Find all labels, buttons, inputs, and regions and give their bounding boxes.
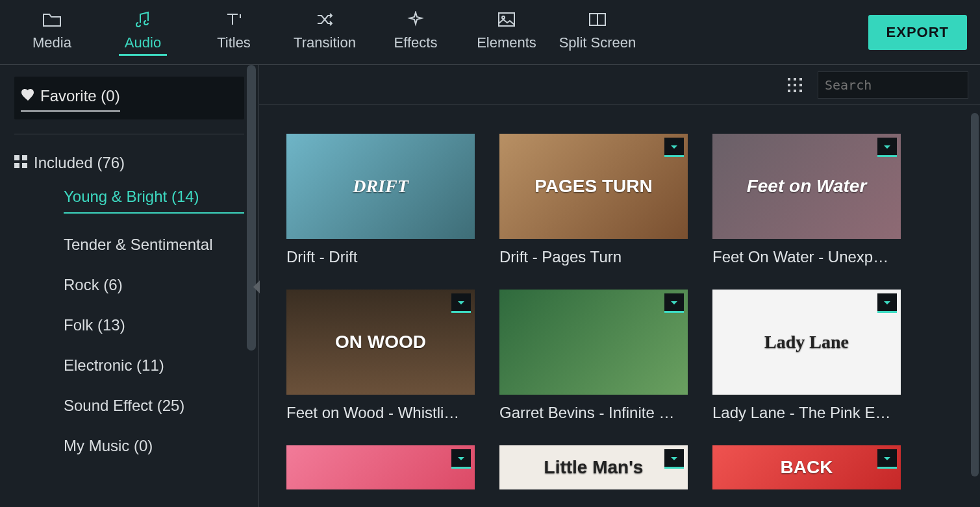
thumbnail-text: Little Man's [539, 457, 649, 478]
svg-rect-3 [14, 155, 19, 160]
thumbnail-text: PAGES TURN [529, 176, 658, 197]
audio-card[interactable]: DRIFTDrift - Drift [286, 134, 475, 266]
download-icon[interactable] [877, 138, 897, 157]
grid-view-icon[interactable] [788, 78, 802, 92]
download-icon[interactable] [877, 449, 897, 469]
audio-thumbnail[interactable]: ON WOOD [286, 290, 475, 395]
export-button[interactable]: EXPORT [868, 15, 967, 50]
audio-title: Garret Bevins - Infinite … [499, 404, 688, 422]
nav-tab-label: Effects [394, 34, 438, 51]
audio-thumbnail[interactable]: Lady Lane [712, 290, 901, 395]
nav-tab-label: Split Screen [559, 34, 636, 51]
nav-tab-splitscreen[interactable]: Split Screen [552, 0, 643, 65]
search-box[interactable] [818, 71, 968, 99]
sidebar-included-label: Included (76) [34, 154, 125, 172]
audio-card[interactable]: Little Man's [499, 445, 688, 489]
sidebar: Favorite (0) Included (76) Young & Brigh… [0, 65, 258, 507]
nav-tab-elements[interactable]: Elements [461, 0, 552, 65]
thumbnail-text: BACK [775, 457, 838, 478]
nav-tab-titles[interactable]: Titles [188, 0, 279, 65]
top-nav: Media Audio Titles Transition [0, 0, 980, 65]
music-note-icon [134, 8, 152, 31]
split-icon [588, 8, 607, 31]
audio-title: Feet On Water - Unexp… [712, 248, 901, 266]
sidebar-category-rock[interactable]: Rock (6) [64, 276, 244, 294]
thumbnail-text: ON WOOD [330, 332, 431, 352]
audio-thumbnail[interactable] [499, 290, 688, 395]
audio-title: Drift - Drift [286, 248, 475, 266]
nav-tab-label: Titles [217, 34, 251, 51]
sidebar-category-folk[interactable]: Folk (13) [64, 316, 244, 334]
sidebar-category-electronic[interactable]: Electronic (11) [64, 356, 244, 375]
nav-tab-media[interactable]: Media [6, 0, 97, 65]
audio-thumbnail[interactable]: Feet on Water [712, 134, 901, 239]
download-icon[interactable] [451, 449, 471, 469]
nav-tab-audio[interactable]: Audio [97, 0, 188, 65]
sidebar-category-soundeffect[interactable]: Sound Effect (25) [64, 397, 244, 415]
image-icon [497, 8, 516, 31]
download-icon[interactable] [664, 449, 684, 469]
audio-title: Lady Lane - The Pink E… [712, 404, 901, 422]
svg-rect-6 [22, 163, 27, 168]
nav-tabs: Media Audio Titles Transition [6, 0, 643, 65]
audio-title: Drift - Pages Turn [499, 248, 688, 266]
svg-rect-5 [14, 163, 19, 168]
svg-point-1 [502, 16, 505, 19]
sidebar-category-young-bright[interactable]: Young & Bright (14) [64, 188, 244, 214]
sparkle-icon [407, 8, 424, 31]
nav-tab-effects[interactable]: Effects [370, 0, 461, 65]
shuffle-icon [316, 8, 334, 31]
audio-card[interactable]: Lady LaneLady Lane - The Pink E… [712, 290, 901, 422]
sidebar-favorite-label: Favorite (0) [40, 87, 120, 105]
audio-card[interactable]: ON WOODFeet on Wood - Whistli… [286, 290, 475, 422]
audio-card[interactable]: Feet on WaterFeet On Water - Unexp… [712, 134, 901, 266]
sidebar-included[interactable]: Included (76) [14, 154, 244, 172]
audio-thumbnail[interactable]: PAGES TURN [499, 134, 688, 239]
nav-tab-label: Transition [294, 34, 356, 51]
nav-tab-label: Audio [125, 34, 161, 51]
download-icon[interactable] [451, 293, 471, 313]
thumbnail-text: DRIFT [347, 176, 414, 197]
heart-icon [21, 87, 35, 105]
audio-card[interactable]: Garret Bevins - Infinite … [499, 290, 688, 422]
thumbnail-text: Lady Lane [759, 332, 854, 352]
main-area: Favorite (0) Included (76) Young & Brigh… [0, 65, 980, 507]
thumbnail-text: Feet on Water [742, 176, 872, 197]
nav-tab-transition[interactable]: Transition [279, 0, 370, 65]
grid-small-icon [14, 154, 27, 172]
sidebar-category-tender[interactable]: Tender & Sentimental [64, 236, 244, 254]
audio-card[interactable]: BACK [712, 445, 901, 489]
audio-title: Feet on Wood - Whistli… [286, 404, 475, 422]
divider [14, 134, 244, 134]
download-icon[interactable] [664, 138, 684, 157]
content-toolbar [259, 65, 980, 105]
collapse-sidebar-icon[interactable] [253, 280, 260, 293]
sidebar-favorite[interactable]: Favorite (0) [14, 77, 244, 119]
download-icon[interactable] [877, 293, 897, 313]
audio-grid: DRIFTDrift - DriftPAGES TURNDrift - Page… [259, 105, 968, 507]
content-panel: DRIFTDrift - DriftPAGES TURNDrift - Page… [258, 65, 980, 507]
audio-thumbnail[interactable]: DRIFT [286, 134, 475, 239]
audio-thumbnail[interactable] [286, 445, 475, 489]
folder-icon [42, 8, 62, 31]
category-list: Young & Bright (14) Tender & Sentimental… [14, 188, 244, 455]
search-input[interactable] [825, 77, 980, 93]
svg-rect-4 [22, 155, 27, 160]
nav-tab-label: Elements [477, 34, 536, 51]
svg-rect-0 [499, 13, 514, 26]
audio-card[interactable] [286, 445, 475, 489]
nav-tab-label: Media [32, 34, 71, 51]
sidebar-category-mymusic[interactable]: My Music (0) [64, 437, 244, 455]
audio-card[interactable]: PAGES TURNDrift - Pages Turn [499, 134, 688, 266]
download-icon[interactable] [664, 293, 684, 313]
audio-thumbnail[interactable]: Little Man's [499, 445, 688, 489]
audio-thumbnail[interactable]: BACK [712, 445, 901, 489]
text-icon [225, 8, 243, 31]
